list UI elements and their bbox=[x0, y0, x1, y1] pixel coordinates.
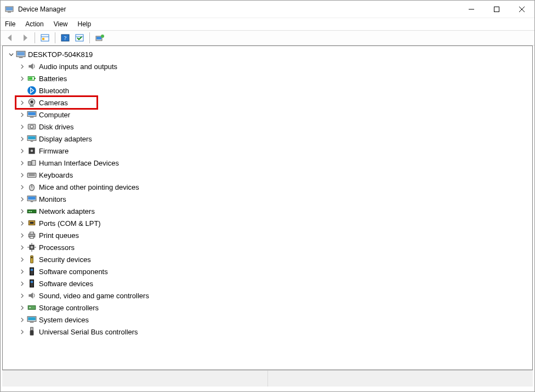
swcomp-icon bbox=[27, 267, 37, 276]
tree-node[interactable]: Monitors bbox=[3, 193, 532, 205]
svg-rect-45 bbox=[28, 197, 36, 200]
chevron-down-icon[interactable] bbox=[7, 52, 15, 57]
tree-node[interactable]: Storage controllers bbox=[3, 302, 532, 314]
svg-rect-29 bbox=[30, 116, 34, 117]
tree-node-label: Human Interface Devices bbox=[39, 159, 119, 167]
chevron-right-icon[interactable] bbox=[18, 124, 26, 129]
chevron-right-icon[interactable] bbox=[18, 233, 26, 238]
svg-rect-9 bbox=[42, 38, 44, 40]
chevron-right-icon[interactable] bbox=[18, 221, 26, 226]
svg-rect-18 bbox=[17, 52, 25, 56]
tree-node[interactable]: Processors bbox=[3, 241, 532, 253]
tree-node[interactable]: Cameras bbox=[3, 96, 532, 109]
chevron-right-icon[interactable] bbox=[18, 293, 26, 298]
chevron-right-icon[interactable] bbox=[18, 329, 26, 334]
menu-view[interactable]: View bbox=[54, 20, 68, 28]
tree-node-label: Software devices bbox=[39, 280, 93, 288]
tree-node[interactable]: Audio inputs and outputs bbox=[3, 60, 532, 72]
tree-node-label: Security devices bbox=[39, 255, 91, 264]
toolbar-separator bbox=[35, 32, 35, 43]
chevron-right-icon[interactable] bbox=[18, 257, 26, 262]
tree-node-label: Computer bbox=[39, 111, 70, 119]
menu-action[interactable]: Action bbox=[25, 20, 43, 28]
svg-rect-70 bbox=[28, 317, 36, 321]
window-title: Device Manager bbox=[18, 5, 66, 13]
forward-button[interactable] bbox=[18, 32, 31, 44]
chevron-right-icon[interactable] bbox=[18, 161, 26, 166]
camera-icon bbox=[27, 98, 37, 107]
chevron-right-icon[interactable] bbox=[18, 245, 26, 250]
tree-node[interactable]: Disk drives bbox=[3, 121, 532, 133]
svg-rect-33 bbox=[28, 137, 36, 140]
tree-node[interactable]: Network adapters bbox=[3, 205, 532, 217]
cpu-icon bbox=[27, 243, 37, 252]
chevron-right-icon[interactable] bbox=[18, 173, 26, 178]
svg-rect-12 bbox=[76, 35, 83, 41]
tree-node[interactable]: Display adapters bbox=[3, 133, 532, 145]
scan-hardware-button[interactable] bbox=[73, 32, 86, 44]
sound-icon bbox=[27, 291, 37, 300]
tree-node[interactable]: Human Interface Devices bbox=[3, 157, 532, 169]
tree-node[interactable]: Software devices bbox=[3, 277, 532, 289]
tree-node[interactable]: Sound, video and game controllers bbox=[3, 289, 532, 302]
chevron-right-icon[interactable] bbox=[18, 149, 26, 154]
tree-node[interactable]: Bluetooth bbox=[3, 84, 532, 96]
svg-rect-48 bbox=[29, 211, 30, 212]
tree-node[interactable]: Security devices bbox=[3, 253, 532, 265]
help-button[interactable]: ? bbox=[59, 32, 72, 44]
svg-rect-54 bbox=[30, 236, 34, 238]
tree-node[interactable]: Batteries bbox=[3, 72, 532, 84]
tree-node-label: System devices bbox=[39, 316, 89, 324]
chevron-right-icon[interactable] bbox=[18, 269, 26, 274]
maximize-button[interactable] bbox=[484, 1, 509, 18]
chevron-right-icon[interactable] bbox=[18, 100, 26, 105]
svg-point-68 bbox=[30, 307, 31, 308]
svg-rect-64 bbox=[31, 269, 33, 271]
usb-icon bbox=[27, 327, 37, 336]
tree-node[interactable]: Firmware bbox=[3, 145, 532, 157]
svg-rect-66 bbox=[31, 281, 33, 283]
chevron-right-icon[interactable] bbox=[18, 281, 26, 286]
tree-node-label: Processors bbox=[39, 243, 75, 252]
tree-node[interactable]: Keyboards bbox=[3, 169, 532, 181]
tree-node[interactable]: Universal Serial Bus controllers bbox=[3, 326, 532, 338]
chevron-right-icon[interactable] bbox=[18, 209, 26, 214]
svg-rect-2 bbox=[8, 12, 11, 13]
back-button[interactable] bbox=[4, 32, 17, 44]
close-button[interactable] bbox=[509, 1, 534, 18]
chevron-right-icon[interactable] bbox=[18, 317, 26, 322]
svg-text:?: ? bbox=[64, 35, 67, 41]
speaker-icon bbox=[27, 62, 37, 71]
tree-root[interactable]: DESKTOP-504K819 bbox=[3, 48, 532, 60]
tree-node[interactable]: Mice and other pointing devices bbox=[3, 181, 532, 193]
tree-node-label: Network adapters bbox=[39, 207, 95, 215]
menu-file[interactable]: File bbox=[5, 20, 15, 28]
properties-button[interactable] bbox=[93, 32, 106, 44]
svg-point-36 bbox=[31, 150, 33, 152]
chevron-right-icon[interactable] bbox=[18, 305, 26, 310]
chevron-right-icon[interactable] bbox=[18, 64, 26, 69]
chevron-right-icon[interactable] bbox=[18, 137, 26, 141]
svg-rect-34 bbox=[31, 140, 33, 141]
chevron-right-icon[interactable] bbox=[18, 112, 26, 117]
display-icon bbox=[27, 134, 37, 143]
device-tree[interactable]: DESKTOP-504K819 Audio inputs and outputs… bbox=[2, 46, 533, 370]
svg-rect-61 bbox=[31, 255, 33, 263]
tree-node-label: Bluetooth bbox=[39, 87, 69, 95]
tree-node-label: Disk drives bbox=[39, 123, 74, 131]
chevron-right-icon[interactable] bbox=[18, 76, 26, 81]
tree-node[interactable]: Software components bbox=[3, 265, 532, 277]
tree-node[interactable]: Print queues bbox=[3, 229, 532, 241]
chevron-right-icon[interactable] bbox=[18, 185, 26, 190]
menu-help[interactable]: Help bbox=[78, 20, 92, 28]
tree-node[interactable]: Computer bbox=[3, 109, 532, 121]
chevron-right-icon[interactable] bbox=[18, 197, 26, 202]
tree-node[interactable]: System devices bbox=[3, 314, 532, 326]
tree-node[interactable]: Ports (COM & LPT) bbox=[3, 217, 532, 229]
tree-node-label: Mice and other pointing devices bbox=[39, 183, 139, 191]
svg-rect-21 bbox=[35, 78, 36, 79]
svg-rect-53 bbox=[30, 232, 34, 234]
minimize-button[interactable] bbox=[459, 1, 484, 18]
svg-rect-22 bbox=[29, 77, 32, 80]
show-hide-console-button[interactable] bbox=[38, 32, 52, 44]
